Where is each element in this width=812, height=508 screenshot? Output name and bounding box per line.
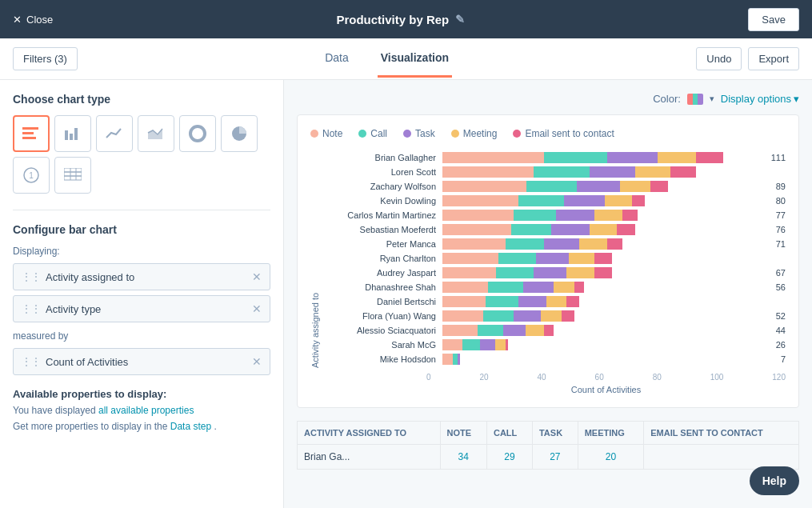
bar-segment-meeting xyxy=(635,166,670,178)
data-table: ACTIVITY ASSIGNED TO NOTE CALL TASK MEET… xyxy=(297,421,799,470)
measured-by-label: measured by xyxy=(13,330,270,342)
bar-value: 80 xyxy=(776,196,786,206)
header-left: ✕ Close xyxy=(13,14,53,26)
remove-display-2-button[interactable]: ✕ xyxy=(252,302,262,315)
cell-meeting: 20 xyxy=(578,445,644,470)
subheader: Filters (3) Data Visualization Undo Expo… xyxy=(0,38,812,80)
close-label: Close xyxy=(26,14,53,26)
display-item-label-1: Activity assigned to xyxy=(46,271,134,283)
chart-type-number[interactable]: 1 xyxy=(13,157,50,194)
all-available-link[interactable]: all available properties xyxy=(98,405,194,416)
bar-segment-meeting xyxy=(620,181,650,192)
svg-marker-6 xyxy=(148,129,162,139)
col-header-meeting: MEETING xyxy=(578,422,644,445)
measure-item-label: Count of Activities xyxy=(46,356,128,368)
bar-row: Flora (Yuan) Wang52 xyxy=(326,310,786,322)
bar-segment-call xyxy=(544,152,607,163)
bar-track xyxy=(442,325,773,336)
tab-data[interactable]: Data xyxy=(322,40,352,78)
bar-label: Peter Manca xyxy=(326,239,442,249)
help-button[interactable]: Help xyxy=(750,466,799,495)
bar-segment-task xyxy=(564,195,605,206)
data-step-link[interactable]: Data step xyxy=(170,421,211,432)
save-button[interactable]: Save xyxy=(748,8,799,31)
filters-button[interactable]: Filters (3) xyxy=(13,47,78,70)
export-button[interactable]: Export xyxy=(748,47,799,70)
col-header-call: CALL xyxy=(486,422,532,445)
drag-icon-2: ⋮⋮ xyxy=(22,303,41,314)
bar-segment-call xyxy=(478,325,503,336)
bar-value: 77 xyxy=(776,210,786,220)
bar-segment-note xyxy=(442,224,511,235)
bar-segment-note xyxy=(442,238,506,250)
color-swatch[interactable] xyxy=(687,94,703,105)
close-button[interactable]: ✕ Close xyxy=(13,14,53,26)
bar-segment-note xyxy=(442,195,518,206)
bar-segment-task xyxy=(577,181,620,192)
legend-label-task: Task xyxy=(415,128,435,139)
chart-type-table[interactable] xyxy=(54,157,91,194)
bar-segment-note xyxy=(442,339,462,350)
bar-value: 52 xyxy=(776,311,786,321)
color-label: Color: xyxy=(653,93,681,105)
x-axis-ticks: 020406080100120 xyxy=(310,373,786,382)
bar-value: 76 xyxy=(776,225,786,234)
subheader-actions: Undo Export xyxy=(696,47,799,70)
svg-text:1: 1 xyxy=(29,171,34,180)
bar-segment-meeting xyxy=(590,224,618,235)
chart-type-bar-horiz[interactable] xyxy=(13,115,50,152)
bar-segment-call xyxy=(488,282,523,293)
display-options-button[interactable]: Display options ▾ xyxy=(721,93,799,105)
chart-type-line[interactable] xyxy=(96,115,133,152)
bar-segment-call xyxy=(526,181,577,192)
main-layout: Choose chart type xyxy=(0,80,812,508)
bar-segment-task xyxy=(590,166,635,178)
edit-icon[interactable]: ✎ xyxy=(455,13,465,26)
bar-segment-call xyxy=(483,310,514,322)
bar-segment-call xyxy=(496,267,534,278)
more-properties: Get more properties to display in the Da… xyxy=(13,421,270,432)
chart-type-donut[interactable] xyxy=(179,115,216,152)
legend-label-note: Note xyxy=(322,128,342,139)
svg-rect-13 xyxy=(64,176,82,180)
bar-track xyxy=(442,267,773,278)
drag-icon-3: ⋮⋮ xyxy=(22,356,41,367)
measure-item: ⋮⋮ Count of Activities ✕ xyxy=(13,348,270,375)
bar-segment-call xyxy=(462,339,480,350)
bar-segment-note xyxy=(442,253,498,264)
remove-measure-button[interactable]: ✕ xyxy=(252,355,262,368)
chevron-down-icon[interactable]: ▾ xyxy=(710,94,714,104)
bar-track xyxy=(442,296,786,307)
bar-segment-email xyxy=(632,195,645,206)
bar-segment-note xyxy=(442,166,534,178)
bar-segment-email xyxy=(670,166,696,178)
undo-button[interactable]: Undo xyxy=(696,47,742,70)
tab-visualization[interactable]: Visualization xyxy=(378,40,452,78)
bar-segment-email xyxy=(696,152,724,163)
bar-track xyxy=(442,181,773,192)
bar-segment-task xyxy=(480,339,495,350)
legend-email: Email sent to contact xyxy=(513,128,614,139)
bar-segment-note xyxy=(442,210,514,221)
cell-name: Brian Ga... xyxy=(298,445,441,470)
bar-row: Alessio Sciacquatori44 xyxy=(326,325,786,336)
legend-meeting: Meeting xyxy=(451,128,498,139)
display-item-activity-type: ⋮⋮ Activity type ✕ xyxy=(13,295,270,322)
cell-task: 27 xyxy=(532,445,578,470)
bar-track xyxy=(442,224,773,235)
choose-chart-type-title: Choose chart type xyxy=(13,93,270,106)
chart-type-bar-vert[interactable] xyxy=(54,115,91,152)
legend-dot-call xyxy=(358,130,366,138)
col-header-assigned: ACTIVITY ASSIGNED TO xyxy=(298,422,441,445)
bar-segment-call xyxy=(498,253,537,264)
remove-display-1-button[interactable]: ✕ xyxy=(252,270,262,283)
y-axis-label: Activity assigned to xyxy=(310,152,320,368)
bar-segment-meeting xyxy=(526,325,543,336)
bar-value: 67 xyxy=(776,268,786,278)
chart-type-pie[interactable] xyxy=(221,115,258,152)
legend-label-email: Email sent to contact xyxy=(525,128,614,139)
bar-row: Dhanashree Shah56 xyxy=(326,282,786,293)
bar-track xyxy=(442,282,773,293)
x-axis-label: Count of Activities xyxy=(310,385,786,394)
chart-type-area[interactable] xyxy=(138,115,174,152)
